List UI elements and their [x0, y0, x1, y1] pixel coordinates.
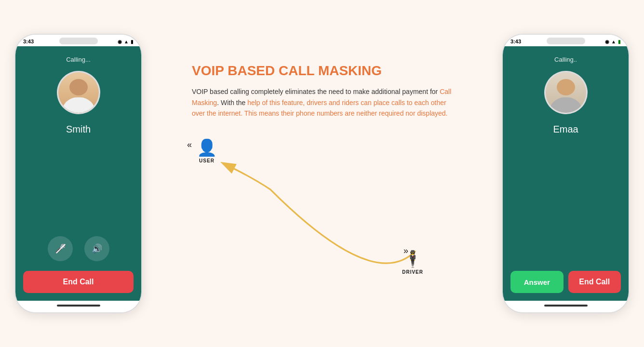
phone-left-bottom-bar	[15, 301, 141, 312]
phone-left-status-icons: ◉ ▲ ▮	[118, 39, 134, 44]
phone-right-status-icons: ◉ ▲ ▮	[605, 39, 621, 44]
phone-left-avatar	[57, 71, 100, 114]
phone-left-screen: Calling... Smith 🎤 🔊 End Call	[15, 46, 141, 301]
location-icon: ◉	[118, 39, 122, 44]
driver-label: DRIVER	[402, 269, 423, 275]
phone-left-time: 3:43	[23, 39, 34, 44]
end-call-button-right[interactable]: End Call	[568, 271, 621, 293]
phone-right-screen: Calling.. Emaa Answer End Call	[503, 46, 629, 301]
driver-icon-container: 🕴 » DRIVER	[402, 249, 423, 275]
smith-head	[69, 79, 88, 95]
phone-left-calling-label: Calling...	[66, 56, 91, 63]
speaker-button[interactable]: 🔊	[84, 236, 109, 261]
battery-icon: ▮	[131, 39, 134, 44]
phone-right-calling-label: Calling..	[554, 56, 577, 63]
phone-left-caller-name: Smith	[66, 124, 91, 135]
mute-button[interactable]: 🎤	[48, 236, 73, 261]
battery-icon-right: ▮	[618, 39, 621, 44]
speaker-icon: 🔊	[92, 243, 102, 254]
user-icon-container: « 👤 USER	[197, 138, 217, 163]
description-text-plain: VOIP based calling completely eliminates…	[192, 88, 440, 95]
phone-right-time: 3:43	[510, 39, 521, 44]
wifi-icon-right: ▲	[611, 39, 616, 44]
phone-left-controls: 🎤 🔊	[48, 236, 109, 261]
diagram-area: « 👤 USER 🕴 » DRIVER	[192, 138, 452, 284]
phone-right: 3:43 ◉ ▲ ▮ Calling.. Emaa Answer End Cal…	[502, 34, 630, 313]
phone-right-bottom-bar	[503, 301, 629, 312]
user-label: USER	[199, 158, 215, 163]
wifi-icon: ▲	[124, 39, 129, 44]
home-indicator-right	[544, 305, 588, 307]
answer-button[interactable]: Answer	[510, 271, 564, 293]
phone-left: 3:43 ◉ ▲ ▮ Calling... Smith 🎤 🔊 End Call	[14, 34, 142, 313]
center-content: VOIP BASED CALL MASKING VOIP based calli…	[173, 53, 471, 294]
phone-right-status-bar: 3:43 ◉ ▲ ▮	[503, 35, 629, 46]
phone-right-caller-name: Emaa	[553, 124, 578, 135]
phone-left-notch	[59, 38, 98, 44]
location-icon-right: ◉	[605, 39, 609, 44]
user-person-icon: 👤	[197, 138, 217, 157]
end-call-button-left[interactable]: End Call	[23, 271, 134, 293]
phone-right-avatar	[544, 71, 588, 114]
emaa-head	[557, 79, 575, 95]
home-indicator-left	[57, 305, 100, 307]
mic-slash-icon: 🎤	[55, 243, 66, 254]
smith-body	[62, 97, 95, 113]
phone-right-notch	[547, 38, 585, 44]
left-chevrons: «	[187, 140, 192, 150]
description-text-2: . With the	[217, 99, 247, 107]
main-title: VOIP BASED CALL MASKING	[192, 63, 382, 79]
right-chevrons: »	[403, 246, 408, 256]
phone-left-status-bar: 3:43 ◉ ▲ ▮	[15, 35, 141, 46]
main-description: VOIP based calling completely eliminates…	[192, 86, 452, 119]
emaa-body	[549, 97, 583, 113]
phone-right-buttons: Answer End Call	[510, 271, 621, 293]
